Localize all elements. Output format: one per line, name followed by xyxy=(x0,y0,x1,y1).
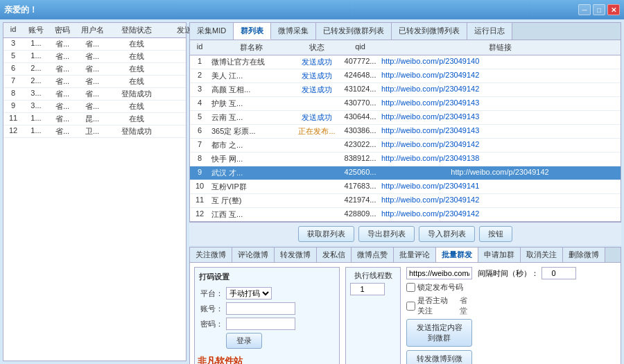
follow-options: 是否主动关注 省堂 xyxy=(406,295,472,316)
account-pwd: 省... xyxy=(49,101,76,112)
fix-post-checkbox[interactable] xyxy=(406,283,415,292)
send-status xyxy=(164,125,186,137)
group-row[interactable]: 1 微博让官方在线 发送成功 407772... http://weibo.co… xyxy=(190,55,621,69)
group-status xyxy=(293,194,341,207)
account-row[interactable]: 12 1... 省... 卫... 登陆成功 xyxy=(3,125,186,138)
group-status xyxy=(293,139,341,152)
group-row[interactable]: 8 快手 网... 838912... http://weibo.com/p/2… xyxy=(190,153,621,166)
bottom-tab-bar: 关注微博评论微博转发微博发私信微博点赞批量评论批量群发申请加群取消关注删除微博 xyxy=(189,247,621,262)
account-row[interactable]: 6 2... 省... 省... 在线 xyxy=(3,63,186,76)
bottom-tab-取消关注[interactable]: 取消关注 xyxy=(521,248,563,262)
thread-count-input[interactable] xyxy=(350,283,385,295)
group-id: 9 xyxy=(190,166,209,180)
group-row[interactable]: 5 云南 互... 发送成功 430644... http://weibo.co… xyxy=(190,111,621,125)
group-row[interactable]: 7 都市 之... 423022... http://weibo.com/p/2… xyxy=(190,139,621,153)
account-number: 3... xyxy=(23,101,49,112)
group-row[interactable]: 6 365定 彩票... 正在发布... 430386... http://we… xyxy=(190,125,621,139)
top-tab-运行日志[interactable]: 运行日志 xyxy=(467,23,512,40)
group-qid: 428809... xyxy=(341,208,379,221)
account-row[interactable]: 7 2... 省... 省... 在线 xyxy=(3,76,186,88)
group-name: 美人 江... xyxy=(209,69,293,83)
bottom-tab-发私信[interactable]: 发私信 xyxy=(317,248,352,262)
account-row[interactable]: 11 1... 省... 昆... 在线 xyxy=(3,113,186,125)
maximize-button[interactable]: □ xyxy=(593,4,605,15)
interval-input[interactable] xyxy=(541,267,576,279)
send-to-group-button[interactable]: 发送指定内容到微群 xyxy=(406,319,472,347)
login-button[interactable]: 登录 xyxy=(226,333,262,349)
bottom-tab-关注微博[interactable]: 关注微博 xyxy=(190,248,232,262)
minimize-button[interactable]: ─ xyxy=(578,4,591,15)
close-button[interactable]: ✕ xyxy=(607,4,620,15)
account-input[interactable] xyxy=(226,302,295,315)
group-status: 发送成功 xyxy=(293,111,341,124)
url-input[interactable] xyxy=(406,267,472,279)
platform-select[interactable]: 手动打码 xyxy=(226,287,272,300)
bottom-tab-批量评论[interactable]: 批量评论 xyxy=(394,248,436,262)
confirm-button[interactable]: 按钮 xyxy=(479,226,512,242)
group-qid: 423022... xyxy=(341,139,379,152)
account-row[interactable]: 8 3... 省... 省... 登陆成功 xyxy=(3,88,186,101)
interval-label: 间隔时间（秒）： xyxy=(478,268,539,279)
import-group-list-button[interactable]: 导入群列表 xyxy=(419,226,475,242)
group-link: http://weibo.com/p/23049142 xyxy=(379,139,621,152)
group-id: 10 xyxy=(190,180,209,193)
group-row[interactable]: 3 高颜 互相... 发送成功 431024... http://weibo.c… xyxy=(190,83,621,97)
account-pwd: 省... xyxy=(49,63,76,75)
group-status: 发送成功 xyxy=(293,83,341,96)
group-name: 互 厅(整) xyxy=(209,194,293,207)
group-row[interactable]: 2 美人 江... 发送成功 424648... http://weibo.co… xyxy=(190,69,621,83)
fix-post-label: 锁定发布号码 xyxy=(406,282,463,293)
top-tab-已转发到微群列表[interactable]: 已转发到微群列表 xyxy=(316,23,392,40)
account-pwd: 省... xyxy=(49,125,76,137)
right-panel: 采集MID群列表微博采集已转发到微群列表已转发到微博列表运行日志 id 群名称 … xyxy=(189,22,621,361)
password-input[interactable] xyxy=(226,318,295,330)
forward-to-group-button[interactable]: 转发微博到微群 xyxy=(406,350,472,364)
bottom-tab-删除微博[interactable]: 删除微博 xyxy=(563,248,605,262)
logo-text: 非凡软件站 xyxy=(198,355,243,364)
follow-checkbox[interactable] xyxy=(406,302,415,311)
fetch-group-list-button[interactable]: 获取群列表 xyxy=(298,226,354,242)
export-group-list-button[interactable]: 导出群列表 xyxy=(358,226,415,242)
bottom-tab-转发微博[interactable]: 转发微博 xyxy=(275,248,317,262)
top-tab-已转发到微博列表[interactable]: 已转发到微博列表 xyxy=(392,23,467,40)
login-status: 在线 xyxy=(109,63,164,75)
account-row[interactable]: 3 1... 省... 省... 在线 xyxy=(3,38,186,51)
bottom-tab-申请加群[interactable]: 申请加群 xyxy=(478,248,521,262)
group-row[interactable]: 10 互粉VIP群 417683... http://weibo.com/p/2… xyxy=(190,180,621,194)
bottom-tab-批量群发[interactable]: 批量群发 xyxy=(436,248,478,262)
top-tab-采集MID[interactable]: 采集MID xyxy=(190,23,234,40)
account-row[interactable]: 9 3... 省... 省... 在线 xyxy=(3,101,186,113)
group-table-header: id 群名称 状态 qid 群链接 xyxy=(190,40,621,55)
send-status xyxy=(164,88,186,100)
group-id: 3 xyxy=(190,83,209,96)
account-id: 9 xyxy=(3,101,23,112)
account-row[interactable]: 5 1... 省... 省... 在线 xyxy=(3,51,186,63)
left-table-header: id 账号 密码 用户名 登陆状态 发送状态 xyxy=(3,23,186,38)
group-status xyxy=(293,97,341,110)
group-qid: 430386... xyxy=(341,125,379,138)
group-row[interactable]: 4 护肤 互... 430770... http://weibo.com/p/2… xyxy=(190,97,621,111)
col-login-status: 登陆状态 xyxy=(109,24,164,36)
account-pwd: 省... xyxy=(49,113,76,125)
main-container: id 账号 密码 用户名 登陆状态 发送状态 3 1... 省... 省... … xyxy=(0,19,624,364)
top-tab-微博采集[interactable]: 微博采集 xyxy=(271,23,316,40)
group-id: 2 xyxy=(190,69,209,83)
account-user: 省... xyxy=(76,88,109,100)
bottom-tab-评论微博[interactable]: 评论微博 xyxy=(232,248,275,262)
group-qid: 417683... xyxy=(341,180,379,193)
group-link: http://weibo.com/p/23049138 xyxy=(379,153,621,166)
group-row[interactable]: 11 互 厅(整) 421974... http://weibo.com/p/2… xyxy=(190,194,621,208)
account-row: 账号： xyxy=(199,302,335,315)
group-qid: 430644... xyxy=(341,111,379,124)
top-tab-群列表[interactable]: 群列表 xyxy=(234,23,271,40)
group-qid: 425060... xyxy=(341,166,379,180)
group-row[interactable]: 12 江西 互... 428809... http://weibo.com/p/… xyxy=(190,208,621,221)
group-link: http://weibo.com/p/23049142 xyxy=(379,166,621,180)
captcha-settings-panel: 打码设置 平台： 手动打码 账号： 密码： xyxy=(194,267,340,364)
bottom-tab-微博点赞[interactable]: 微博点赞 xyxy=(352,248,394,262)
account-pwd: 省... xyxy=(49,51,76,62)
account-number: 2... xyxy=(23,76,49,87)
group-row[interactable]: 9 武汉 才... 425060... http://weibo.com/p/2… xyxy=(190,166,621,180)
group-link: http://weibo.com/p/23049143 xyxy=(379,125,621,138)
group-qid: 421974... xyxy=(341,194,379,207)
